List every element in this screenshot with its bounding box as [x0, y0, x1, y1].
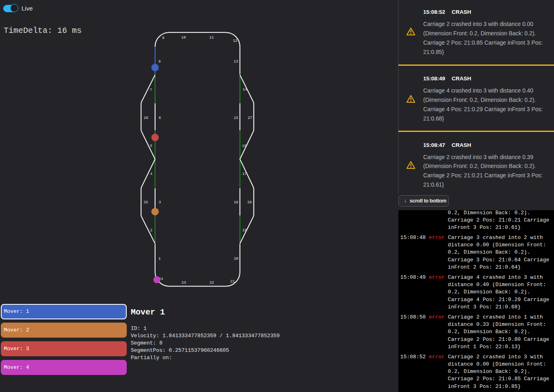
svg-text:9: 9	[162, 36, 164, 40]
svg-text:3: 3	[159, 200, 161, 205]
svg-text:20: 20	[234, 257, 238, 261]
svg-text:26: 26	[144, 116, 148, 120]
svg-text:8: 8	[158, 60, 160, 64]
svg-text:28: 28	[247, 200, 252, 205]
svg-text:4: 4	[150, 172, 152, 176]
svg-text:5: 5	[150, 144, 152, 148]
svg-text:2: 2	[150, 228, 152, 233]
svg-text:18: 18	[234, 200, 238, 205]
svg-text:19: 19	[242, 228, 247, 233]
svg-text:12: 12	[233, 39, 238, 43]
svg-text:7: 7	[150, 88, 152, 92]
svg-text:17: 17	[242, 172, 247, 176]
svg-text:22: 22	[210, 281, 214, 285]
svg-text:6: 6	[159, 116, 161, 120]
svg-text:27: 27	[248, 116, 252, 120]
svg-text:10: 10	[182, 36, 186, 40]
svg-text:11: 11	[210, 36, 214, 40]
svg-text:16: 16	[242, 144, 247, 148]
svg-text:25: 25	[144, 200, 148, 205]
svg-text:23: 23	[182, 281, 186, 285]
svg-text:14: 14	[243, 88, 247, 92]
svg-text:21: 21	[230, 280, 235, 284]
svg-text:1: 1	[158, 257, 160, 261]
svg-text:15: 15	[234, 116, 238, 120]
svg-text:13: 13	[234, 60, 238, 64]
